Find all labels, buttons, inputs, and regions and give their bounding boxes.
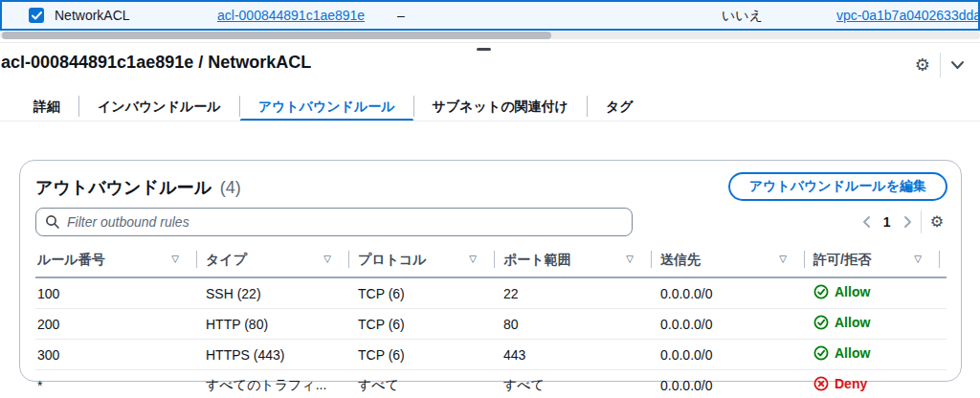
- edit-outbound-rules-button[interactable]: アウトバウンドルールを編集: [728, 172, 947, 201]
- status-badge: Allow: [813, 284, 870, 299]
- sort-icon: ▽: [626, 254, 634, 264]
- status-badge: Deny: [813, 376, 867, 391]
- sort-icon: ▽: [779, 254, 787, 264]
- sort-icon: ▽: [171, 254, 179, 264]
- horizontal-scrollbar-thumb[interactable]: [2, 32, 551, 39]
- table-settings-gear-icon[interactable]: ⚙: [930, 214, 944, 230]
- column-header-protocol[interactable]: プロトコル▽: [356, 247, 501, 277]
- card-title-text: アウトバウンドルール: [35, 178, 212, 197]
- status-label: Allow: [835, 284, 870, 299]
- tab-subnet-associations[interactable]: サブネットの関連付け: [414, 92, 587, 121]
- split-panel-drag-handle[interactable]: [477, 48, 491, 51]
- panel-title: acl-000844891c1ae891e / NetworkACL: [1, 53, 311, 73]
- cell-type: HTTP (80): [204, 309, 356, 340]
- deny-x-circle-icon: [813, 376, 829, 391]
- column-header-rule-number[interactable]: ルール番号▽: [35, 247, 204, 277]
- next-page-button[interactable]: [903, 215, 912, 229]
- sort-icon: ▽: [469, 254, 477, 264]
- allow-check-circle-icon: [813, 284, 829, 299]
- cell-allow-deny: Allow: [812, 309, 947, 340]
- cell-rule-number: 100: [35, 277, 204, 309]
- cell-rule-number: *: [35, 370, 204, 398]
- row-checkbox[interactable]: [29, 8, 44, 23]
- cell-rule-number: 200: [35, 309, 204, 340]
- column-divider: [196, 251, 197, 268]
- chevron-down-icon[interactable]: [950, 60, 965, 70]
- table-row: 200HTTP (80)TCP (6)800.0.0.0/0Allow: [35, 309, 947, 340]
- cell-type: HTTPS (443): [204, 340, 356, 370]
- cell-port-range: 80: [501, 309, 658, 340]
- filter-input[interactable]: [35, 208, 633, 236]
- cell-protocol: TCP (6): [356, 277, 501, 309]
- status-label: Allow: [835, 345, 870, 361]
- vertical-divider: [940, 53, 941, 77]
- split-panel-separator: [0, 42, 980, 43]
- cell-rule-number: 300: [35, 340, 204, 370]
- table-row: 100SSH (22)TCP (6)220.0.0.0/0Allow: [35, 277, 947, 309]
- sort-icon: ▽: [914, 254, 922, 264]
- status-badge: Allow: [813, 345, 870, 361]
- current-page-number[interactable]: 1: [880, 214, 895, 230]
- column-header-type[interactable]: タイプ▽: [204, 247, 356, 277]
- acl-default-value: いいえ: [722, 2, 763, 29]
- column-header-allow-deny[interactable]: 許可/拒否▽: [812, 247, 947, 277]
- column-header-label: 許可/拒否: [813, 252, 871, 267]
- outbound-rules-table: ルール番号▽タイプ▽プロトコル▽ポート範囲▽送信先▽許可/拒否▽ 100SSH …: [35, 247, 947, 398]
- cell-type: SSH (22): [204, 277, 356, 309]
- table-header-row: ルール番号▽タイプ▽プロトコル▽ポート範囲▽送信先▽許可/拒否▽: [35, 247, 947, 277]
- acl-id-link[interactable]: acl-000844891c1ae891e: [217, 2, 365, 29]
- tab-tags[interactable]: タグ: [588, 92, 652, 121]
- card-count: (4): [220, 178, 241, 197]
- status-label: Deny: [835, 376, 867, 391]
- column-divider: [939, 251, 940, 268]
- cell-allow-deny: Deny: [812, 370, 947, 398]
- table-body: 100SSH (22)TCP (6)220.0.0.0/0Allow200HTT…: [35, 277, 947, 398]
- column-divider: [804, 251, 805, 268]
- tabs: 詳細インバウンドルールアウトバウンドルールサブネットの関連付けタグ: [15, 92, 652, 121]
- acl-list-selected-row: NetworkACL acl-000844891c1ae891e – いいえ v…: [0, 0, 980, 31]
- panel-actions: ⚙: [915, 53, 965, 77]
- column-header-destination[interactable]: 送信先▽: [658, 247, 812, 277]
- column-header-port-range[interactable]: ポート範囲▽: [501, 247, 658, 277]
- status-badge: Allow: [813, 315, 870, 330]
- horizontal-scrollbar[interactable]: [0, 32, 980, 39]
- vertical-divider: [921, 210, 922, 233]
- outbound-rules-card: アウトバウンドルール (4) アウトバウンドルールを編集 1: [19, 160, 962, 382]
- screen: NetworkACL acl-000844891c1ae891e – いいえ v…: [0, 0, 980, 398]
- cell-protocol: TCP (6): [356, 309, 501, 340]
- column-divider: [348, 251, 349, 268]
- allow-check-circle-icon: [813, 345, 829, 361]
- prev-page-button[interactable]: [862, 215, 871, 229]
- cell-destination: 0.0.0.0/0: [658, 277, 812, 309]
- cell-port-range: 443: [501, 340, 658, 370]
- acl-empty-value: –: [397, 2, 405, 29]
- cell-destination: 0.0.0.0/0: [658, 340, 812, 370]
- vpc-id-link[interactable]: vpc-0a1b7a0402633dda: [836, 2, 980, 29]
- acl-name-cell: NetworkACL: [55, 2, 130, 29]
- tab-details[interactable]: 詳細: [15, 92, 78, 121]
- check-icon: [32, 11, 42, 20]
- cell-allow-deny: Allow: [812, 340, 947, 370]
- cell-destination: 0.0.0.0/0: [658, 309, 812, 340]
- table-row: *すべてのトラフィ...すべてすべて0.0.0.0/0Deny: [35, 370, 947, 398]
- column-header-label: タイプ: [206, 252, 247, 267]
- tab-outbound-rules[interactable]: アウトバウンドルール: [240, 92, 413, 121]
- card-title: アウトバウンドルール (4): [35, 176, 241, 199]
- column-divider: [494, 251, 495, 268]
- cell-protocol: すべて: [356, 370, 501, 398]
- tab-inbound-rules[interactable]: インバウンドルール: [79, 92, 239, 121]
- sort-icon: ▽: [323, 254, 331, 264]
- column-divider: [651, 251, 652, 268]
- tabs-underline: [0, 121, 980, 122]
- cell-allow-deny: Allow: [812, 277, 947, 309]
- cell-port-range: すべて: [501, 370, 658, 398]
- allow-check-circle-icon: [813, 315, 829, 330]
- filter-field: [35, 208, 633, 236]
- column-header-label: 送信先: [660, 252, 701, 267]
- column-header-label: プロトコル: [358, 252, 427, 267]
- table-row: 300HTTPS (443)TCP (6)4430.0.0.0/0Allow: [35, 340, 947, 370]
- cell-destination: 0.0.0.0/0: [658, 370, 812, 398]
- gear-icon[interactable]: ⚙: [915, 56, 930, 74]
- cell-protocol: TCP (6): [356, 340, 501, 370]
- cell-type: すべてのトラフィ...: [204, 370, 356, 398]
